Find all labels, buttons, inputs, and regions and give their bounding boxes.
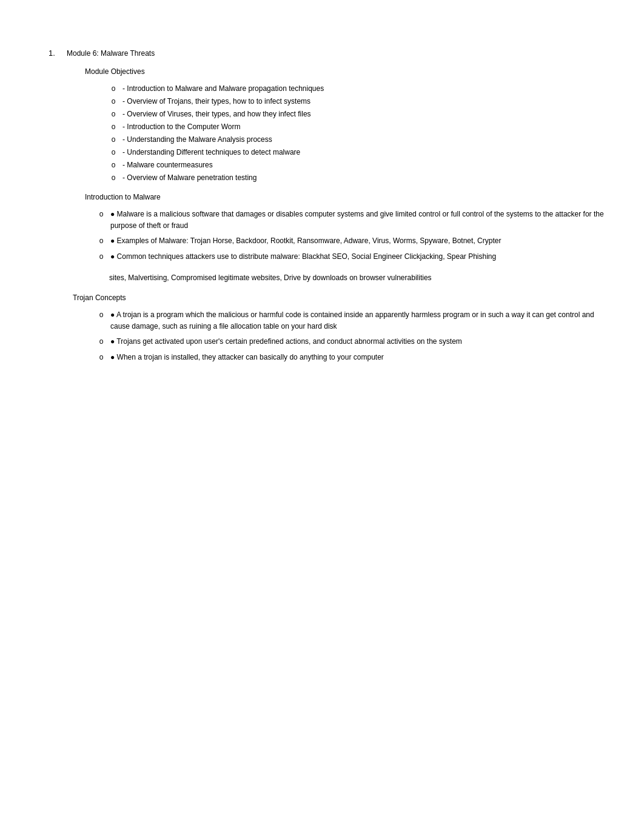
trojan-bullet-text: ● Trojans get activated upon user's cert… — [110, 336, 608, 347]
objective-text: - Introduction to the Computer Worm — [122, 121, 608, 132]
trojan-bullet-marker: o — [97, 353, 106, 361]
trojan-bullet-marker: o — [97, 337, 106, 346]
objective-marker: o — [109, 122, 118, 131]
objective-marker: o — [109, 84, 118, 93]
intro-bullet-item: o● Malware is a malicious software that … — [97, 209, 608, 232]
objective-marker: o — [109, 135, 118, 144]
module-title: Module 6: Malware Threats — [67, 49, 155, 58]
objective-marker: o — [109, 161, 118, 169]
objective-marker: o — [109, 110, 118, 118]
objective-item: o- Understanding Different techniques to… — [109, 147, 608, 158]
objective-item: o- Introduction to Malware and Malware p… — [109, 83, 608, 94]
objective-item: o- Introduction to the Computer Worm — [109, 121, 608, 132]
intro-label: Introduction to Malware — [85, 193, 608, 201]
objective-marker: o — [109, 97, 118, 106]
objective-text: - Overview of Malware penetration testin… — [122, 172, 608, 183]
bullet-item-text: ● Common techniques attackers use to dis… — [110, 251, 608, 263]
objective-item: o- Overview of Malware penetration testi… — [109, 172, 608, 183]
module-objectives-label: Module Objectives — [85, 67, 608, 76]
objective-text: - Understanding Different techniques to … — [122, 147, 608, 158]
bullet-marker: o — [97, 236, 106, 245]
module-number: 1. — [49, 49, 61, 58]
objectives-list: o- Introduction to Malware and Malware p… — [109, 83, 608, 183]
intro-bullet-list: o● Malware is a malicious software that … — [97, 209, 608, 263]
trojan-bullet-text: ● When a trojan is installed, they attac… — [110, 352, 608, 363]
module-section: 1. Module 6: Malware Threats Module Obje… — [49, 49, 608, 363]
trojan-bullet-item: o● When a trojan is installed, they atta… — [97, 352, 608, 363]
trojan-bullet-text: ● A trojan is a program which the malici… — [110, 309, 608, 332]
trojan-bullet-item: o● A trojan is a program which the malic… — [97, 309, 608, 332]
objective-text: - Overview of Trojans, their types, how … — [122, 96, 608, 107]
trojan-bullet-marker: o — [97, 310, 106, 319]
intro-bullet-item: o● Common techniques attackers use to di… — [97, 251, 608, 263]
objective-text: - Understanding the Malware Analysis pro… — [122, 134, 608, 145]
trojan-bullet-list: o● A trojan is a program which the malic… — [97, 309, 608, 363]
bullet-marker: o — [97, 252, 106, 261]
intro-bullet-item: o● Examples of Malware: Trojan Horse, Ba… — [97, 235, 608, 247]
objective-item: o- Malware countermeasures — [109, 159, 608, 170]
objective-item: o- Overview of Viruses, their types, and… — [109, 109, 608, 119]
objective-marker: o — [109, 148, 118, 156]
objective-item: o- Overview of Trojans, their types, how… — [109, 96, 608, 107]
objective-text: - Introduction to Malware and Malware pr… — [122, 83, 608, 94]
bullet-item-text: ● Malware is a malicious software that d… — [110, 209, 608, 232]
trojan-label: Trojan Concepts — [73, 293, 608, 302]
objective-marker: o — [109, 173, 118, 182]
objective-item: o- Understanding the Malware Analysis pr… — [109, 134, 608, 145]
objective-text: - Malware countermeasures — [122, 159, 608, 170]
bullet-item-text: ● Examples of Malware: Trojan Horse, Bac… — [110, 235, 608, 247]
bullet-marker: o — [97, 210, 106, 218]
intro-continuation: sites, Malvertising, Compromised legitim… — [109, 272, 608, 284]
trojan-bullet-item: o● Trojans get activated upon user's cer… — [97, 336, 608, 347]
objective-text: - Overview of Viruses, their types, and … — [122, 109, 608, 119]
module-heading: 1. Module 6: Malware Threats — [49, 49, 608, 58]
